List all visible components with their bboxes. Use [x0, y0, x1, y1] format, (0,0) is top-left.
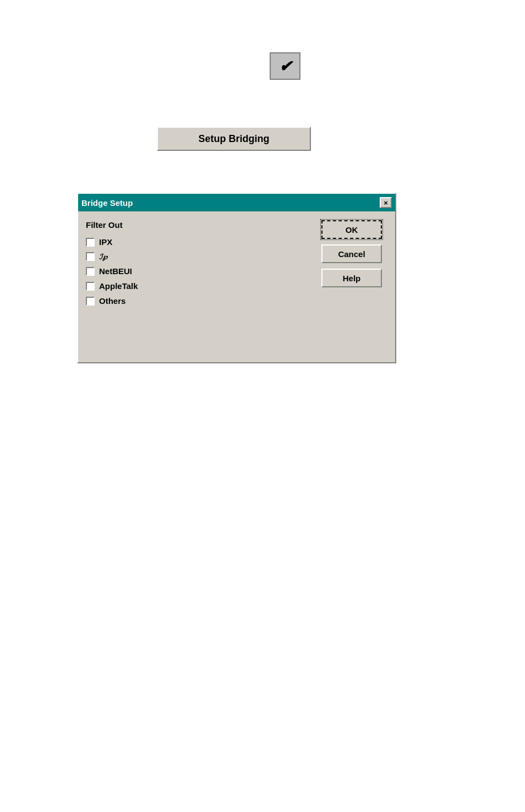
ok-label: OK — [346, 225, 358, 235]
checkmark-symbol: ✔ — [279, 57, 292, 75]
checkmark-icon: ✔ — [270, 52, 300, 80]
setup-bridging-label: Setup Bridging — [199, 133, 270, 145]
help-label: Help — [343, 274, 361, 283]
ok-button[interactable]: OK — [321, 220, 382, 239]
page-container: ✔ Setup Bridging Bridge Setup × Filter O… — [0, 0, 525, 812]
checkbox-item-netbeui: NetBEUI — [86, 266, 316, 276]
checkbox-item-appletalk: AppleTalk — [86, 281, 316, 291]
checkbox-ipx[interactable] — [86, 238, 95, 247]
dialog-close-button[interactable]: × — [380, 197, 392, 208]
dialog-titlebar: Bridge Setup × — [78, 194, 395, 211]
close-icon: × — [384, 199, 388, 207]
cancel-button[interactable]: Cancel — [321, 244, 382, 263]
dialog-body: Filter Out IPX ℐ℘ NetBEUI — [78, 211, 395, 362]
checkbox-item-others: Others — [86, 296, 316, 306]
filter-section: Filter Out IPX ℐ℘ NetBEUI — [86, 220, 316, 353]
checkbox-label-appletalk: AppleTalk — [99, 281, 138, 291]
setup-bridging-button[interactable]: Setup Bridging — [157, 127, 311, 151]
cancel-label: Cancel — [338, 249, 365, 259]
checkbox-netbeui[interactable] — [86, 267, 95, 276]
checkbox-ip[interactable] — [86, 252, 95, 261]
checkbox-label-ipx: IPX — [99, 237, 112, 247]
help-button[interactable]: Help — [321, 269, 382, 287]
checkbox-label-others: Others — [99, 296, 125, 306]
checkbox-label-netbeui: NetBEUI — [99, 266, 132, 276]
checkbox-label-ip: ℐ℘ — [99, 253, 107, 261]
dialog-title: Bridge Setup — [81, 198, 133, 208]
checkbox-item-ip: ℐ℘ — [86, 252, 316, 261]
checkbox-item-ipx: IPX — [86, 237, 316, 247]
bridge-setup-dialog: Bridge Setup × Filter Out IPX ℐ℘ — [77, 193, 396, 363]
filter-out-label: Filter Out — [86, 220, 316, 230]
checkbox-appletalk[interactable] — [86, 282, 95, 291]
button-section: OK Cancel Help — [316, 220, 387, 353]
checkbox-others[interactable] — [86, 297, 95, 306]
